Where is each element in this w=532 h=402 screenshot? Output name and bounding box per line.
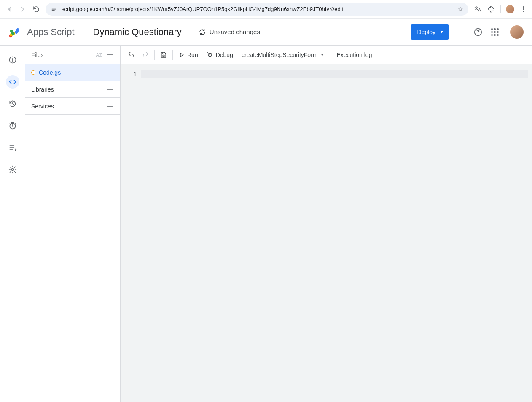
services-section: Services: [25, 98, 120, 115]
run-button[interactable]: Run: [175, 46, 202, 64]
extensions-icon[interactable]: [487, 5, 495, 13]
rail-executions[interactable]: [6, 141, 19, 154]
libraries-label: Libraries: [31, 86, 54, 93]
help-icon[interactable]: [473, 27, 483, 37]
chrome-profile-avatar[interactable]: [506, 5, 514, 13]
site-info-icon[interactable]: [51, 6, 57, 13]
chevron-down-icon: ▼: [440, 30, 444, 34]
files-header-label: Files: [31, 51, 44, 58]
app-header: Apps Script Dynamic Questionary Unsaved …: [0, 19, 532, 46]
unsaved-changes-label: Unsaved changes: [210, 28, 260, 35]
editor-area: Run Debug createMultiStepSecurityForm ▼ …: [121, 46, 532, 402]
redo-button: [138, 46, 153, 64]
function-selected-label: createMultiStepSecurityForm: [242, 51, 318, 58]
file-item-codegs[interactable]: Code.gs: [25, 64, 120, 81]
chrome-divider: [500, 5, 501, 13]
forward-button: [19, 5, 27, 13]
code-lines[interactable]: [141, 70, 532, 402]
toolbar-separator: [172, 50, 173, 60]
function-selector[interactable]: createMultiStepSecurityForm ▼: [237, 51, 328, 58]
undo-button[interactable]: [124, 46, 138, 64]
debug-button[interactable]: Debug: [202, 46, 237, 64]
chrome-menu-button[interactable]: [519, 6, 527, 12]
svg-point-5: [478, 33, 478, 34]
add-library-button[interactable]: [106, 85, 114, 94]
google-apps-icon[interactable]: [490, 27, 500, 37]
rail-settings[interactable]: [6, 163, 19, 176]
reload-button[interactable]: [32, 5, 40, 13]
files-header: Files: [25, 46, 120, 64]
rail-editor[interactable]: [6, 75, 19, 89]
product-name: Apps Script: [27, 27, 75, 38]
add-service-button[interactable]: [106, 102, 114, 111]
project-title[interactable]: Dynamic Questionary: [93, 27, 182, 38]
toolbar-separator: [330, 50, 330, 60]
sync-icon: [199, 28, 206, 36]
rail-overview[interactable]: [6, 53, 19, 67]
toolbar-separator: [378, 50, 378, 60]
execution-log-label: Execution log: [336, 51, 372, 58]
deploy-button[interactable]: Deploy ▼: [411, 24, 449, 40]
unsaved-changes-indicator: Unsaved changes: [199, 28, 260, 36]
code-line[interactable]: [141, 70, 528, 78]
execution-log-button[interactable]: Execution log: [332, 46, 376, 64]
file-panel: Files Code.gs Libraries Services: [25, 46, 121, 402]
bookmark-star-icon[interactable]: ☆: [458, 6, 463, 13]
svg-point-7: [12, 58, 13, 59]
url-text: script.google.com/u/0/home/projects/1KWu…: [62, 6, 454, 12]
nav-rail: [0, 46, 25, 402]
chevron-down-icon: ▼: [320, 52, 324, 57]
back-button: [5, 5, 13, 13]
debug-label: Debug: [216, 51, 233, 58]
unsaved-dot-icon: [31, 70, 35, 75]
save-button[interactable]: [156, 46, 171, 64]
run-label: Run: [187, 51, 198, 58]
apps-script-logo-icon: [8, 26, 20, 38]
rail-triggers[interactable]: [6, 119, 19, 132]
user-avatar[interactable]: [510, 25, 524, 39]
header-divider: [461, 26, 461, 38]
libraries-section: Libraries: [25, 81, 120, 98]
editor-toolbar: Run Debug createMultiStepSecurityForm ▼ …: [121, 46, 532, 64]
rail-history[interactable]: [6, 97, 19, 111]
debug-icon: [207, 51, 213, 58]
toolbar-separator: [154, 50, 155, 60]
code-editor[interactable]: 1: [121, 64, 532, 402]
svg-point-9: [11, 169, 13, 171]
browser-toolbar: script.google.com/u/0/home/projects/1KWu…: [0, 0, 532, 19]
translate-icon[interactable]: [473, 5, 482, 13]
services-label: Services: [31, 103, 54, 110]
address-bar[interactable]: script.google.com/u/0/home/projects/1KWu…: [46, 3, 468, 16]
play-icon: [179, 52, 185, 58]
line-number: 1: [121, 70, 137, 78]
deploy-label: Deploy: [417, 29, 436, 35]
add-file-button[interactable]: [106, 51, 114, 59]
svg-point-10: [163, 55, 164, 57]
file-name-label: Code.gs: [39, 69, 61, 76]
sort-az-icon: [95, 51, 103, 59]
line-gutter: 1: [121, 70, 141, 402]
